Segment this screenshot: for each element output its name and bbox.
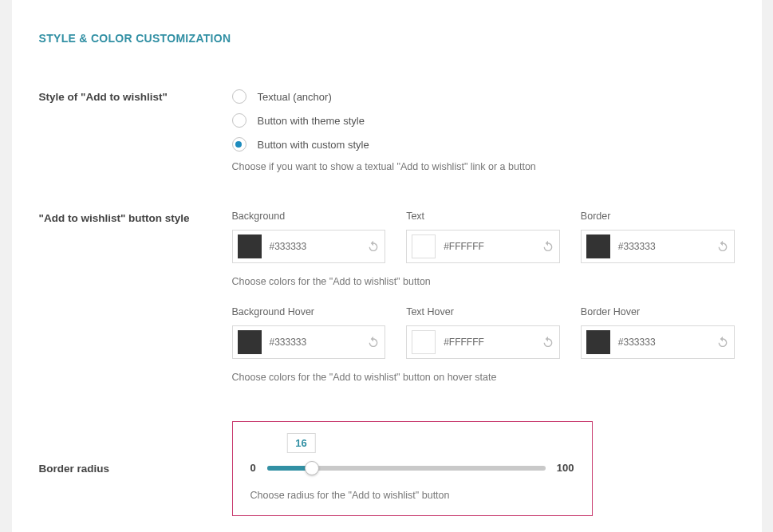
radio-label: Textual (anchor) [258, 91, 332, 103]
radio-label: Button with custom style [258, 139, 369, 151]
undo-icon[interactable] [716, 240, 729, 253]
undo-icon[interactable] [542, 336, 554, 349]
slider-max-label: 100 [557, 462, 574, 474]
color-col-background: Background #333333 [232, 211, 386, 263]
color-caption: Background Hover [232, 306, 386, 317]
color-hex: #FFFFFF [444, 241, 534, 252]
color-grid-normal: Background #333333 Text #FFFFFF [232, 211, 735, 263]
color-col-text-hover: Text Hover #FFFFFF [406, 306, 560, 359]
color-hex: #333333 [270, 337, 360, 348]
radius-highlight-box: 16 0 100 Choose radius for the "Add to w… [232, 421, 593, 516]
undo-icon[interactable] [367, 336, 380, 349]
radius-content: 16 0 100 Choose radius for the "Add to w… [232, 421, 735, 516]
radio-option-theme-style[interactable]: Button with theme style [232, 113, 735, 128]
radius-slider-wrap: 16 0 100 [250, 433, 574, 474]
settings-panel: STYLE & COLOR CUSTOMIZATION Style of "Ad… [12, 0, 762, 532]
color-swatch [238, 234, 262, 258]
color-picker-background-hover[interactable]: #333333 [232, 325, 386, 359]
color-helper-hover: Choose colors for the "Add to wishlist" … [232, 372, 735, 383]
color-picker-background[interactable]: #333333 [232, 230, 386, 263]
slider-value-bubble: 16 [286, 433, 315, 453]
color-hex: #333333 [618, 337, 708, 348]
row-label-button-style: "Add to wishlist" button style [39, 211, 232, 224]
color-swatch [412, 234, 436, 258]
row-button-style: "Add to wishlist" button style Backgroun… [39, 211, 735, 383]
color-caption: Border Hover [581, 306, 735, 317]
button-style-content: Background #333333 Text #FFFFFF [232, 211, 735, 383]
color-picker-border-hover[interactable]: #333333 [581, 325, 735, 359]
color-swatch [238, 330, 262, 354]
radio-option-custom-style[interactable]: Button with custom style [232, 137, 735, 152]
section-title: STYLE & COLOR CUSTOMIZATION [39, 32, 735, 45]
color-swatch [586, 234, 610, 258]
radio-icon [232, 113, 246, 128]
radio-option-textual[interactable]: Textual (anchor) [232, 89, 735, 104]
color-picker-text[interactable]: #FFFFFF [406, 230, 560, 263]
undo-icon[interactable] [542, 240, 554, 253]
radio-icon [232, 89, 246, 104]
color-caption: Text [406, 211, 560, 222]
color-col-border-hover: Border Hover #333333 [581, 306, 735, 359]
color-swatch [412, 330, 436, 354]
slider-min-label: 0 [250, 462, 256, 474]
color-hex: #333333 [618, 241, 708, 252]
row-label-style: Style of "Add to wishlist" [39, 89, 232, 103]
color-picker-text-hover[interactable]: #FFFFFF [406, 325, 560, 359]
undo-icon[interactable] [716, 336, 729, 349]
style-helper-text: Choose if you want to show a textual "Ad… [232, 161, 735, 172]
color-grid-hover: Background Hover #333333 Text Hover #FFF… [232, 306, 735, 359]
color-col-text: Text #FFFFFF [406, 211, 560, 263]
color-hex: #333333 [270, 241, 360, 252]
color-caption: Border [581, 211, 735, 222]
radio-icon [232, 137, 246, 152]
undo-icon[interactable] [367, 240, 380, 253]
color-swatch [586, 330, 610, 354]
color-picker-border[interactable]: #333333 [581, 230, 735, 263]
color-caption: Background [232, 211, 386, 222]
color-helper-normal: Choose colors for the "Add to wishlist" … [232, 276, 735, 287]
row-style-wishlist: Style of "Add to wishlist" Textual (anch… [39, 89, 735, 172]
color-hex: #FFFFFF [444, 337, 534, 348]
color-caption: Text Hover [406, 306, 560, 317]
style-options: Textual (anchor) Button with theme style… [232, 89, 735, 172]
row-label-radius: Border radius [39, 421, 232, 475]
slider-line: 0 100 [250, 462, 574, 474]
slider-thumb[interactable] [305, 461, 319, 475]
row-border-radius: Border radius 16 0 100 Choose radius for… [39, 421, 735, 516]
radius-helper-text: Choose radius for the "Add to wishlist" … [250, 490, 574, 501]
color-col-border: Border #333333 [581, 211, 735, 263]
color-col-background-hover: Background Hover #333333 [232, 306, 386, 359]
radio-label: Button with theme style [258, 115, 365, 127]
radius-slider[interactable] [267, 466, 546, 471]
